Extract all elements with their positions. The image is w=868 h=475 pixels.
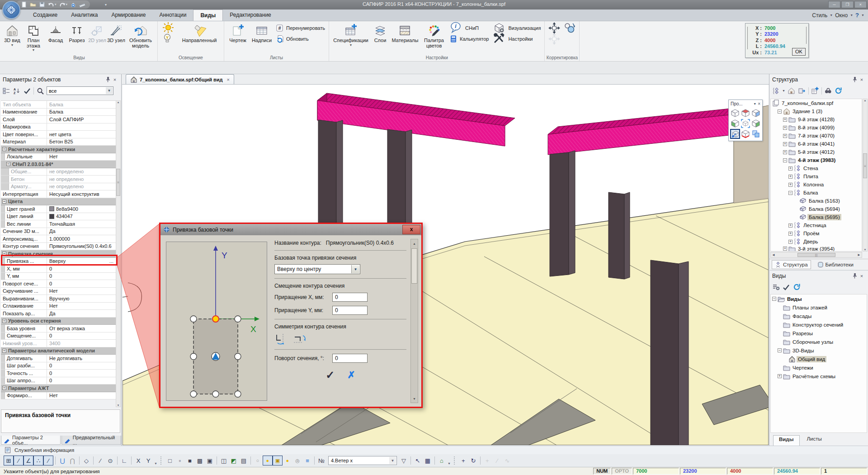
structure-hscrollbar[interactable]: ◄|||► xyxy=(770,252,862,258)
structure-tree-item[interactable]: +Стена xyxy=(771,164,862,172)
close-icon[interactable]: × xyxy=(858,76,865,83)
views-tree-item[interactable]: −3D-Виды xyxy=(771,346,867,355)
views-tree-item[interactable]: Конструктор сечений xyxy=(771,320,867,329)
collapse-icon[interactable]: − xyxy=(783,158,787,162)
pin-icon[interactable] xyxy=(104,76,111,83)
dialog-close-button[interactable]: x xyxy=(402,225,420,234)
property-value[interactable]: Да xyxy=(47,310,116,317)
structure-home-button[interactable] xyxy=(788,87,796,95)
views-tree-item[interactable]: Фасады xyxy=(771,312,867,320)
views-apply-button[interactable] xyxy=(782,283,790,291)
property-group-row[interactable]: −Параметры аналитической модели xyxy=(1,347,116,355)
property-group-row[interactable]: −Расчетные характеристики xyxy=(1,146,116,153)
collapse-icon[interactable]: − xyxy=(2,147,6,151)
dx-input[interactable]: 0 xyxy=(332,293,368,302)
structure-tree-label[interactable]: 5-й этаж (4012) xyxy=(797,149,836,155)
property-value[interactable]: 0 xyxy=(47,377,116,385)
property-row[interactable]: Привязка ...Вверху... xyxy=(1,258,116,266)
structure-tree-label[interactable]: Лестница xyxy=(802,222,828,228)
property-row[interactable]: Контур сеченияПрямоугольник(S0) 0.4x0.6 xyxy=(1,243,116,251)
panel-tab[interactable]: Предварительный ... xyxy=(61,436,121,445)
light-day-button[interactable]: ● xyxy=(283,456,292,466)
pin-icon[interactable] xyxy=(851,273,858,279)
labels-button[interactable]: Надписи xyxy=(250,22,274,54)
expand-icon[interactable]: + xyxy=(778,374,782,378)
snap-line-button[interactable]: ∕ xyxy=(14,456,24,466)
property-value[interactable]: Балка xyxy=(47,109,116,116)
property-row[interactable]: Цвет граней8e8a9400 xyxy=(1,205,116,213)
expand-icon[interactable]: + xyxy=(788,223,793,228)
property-value[interactable]: Балка xyxy=(47,101,116,108)
property-value[interactable]: 1.000000 xyxy=(47,235,116,242)
collapse-icon[interactable]: − xyxy=(772,297,776,301)
views-tree-item[interactable]: Разрезы xyxy=(771,329,867,337)
chevron-down-icon[interactable]: ▼ xyxy=(351,265,359,273)
structure-tree-label[interactable]: Балка xyxy=(802,190,819,196)
base-point-select[interactable]: Вверху по центру ▼ xyxy=(274,264,360,274)
renumber-button[interactable]: #Перенумеровать xyxy=(275,23,326,33)
close-button[interactable]: × xyxy=(854,1,867,8)
views-tree-label[interactable]: Сборочные узлы xyxy=(791,339,835,345)
chevron-down-icon[interactable]: ▼ xyxy=(782,89,785,92)
property-row[interactable]: СглаживаниеНет xyxy=(1,303,116,310)
specifications-button[interactable]: Спецификации▼ xyxy=(331,22,370,54)
filter-dropdown[interactable]: все ▼ xyxy=(47,86,113,95)
close-icon[interactable]: × xyxy=(758,101,760,106)
categorize-button[interactable] xyxy=(2,87,10,95)
property-row[interactable]: СлойСлой САПФИР xyxy=(1,116,116,124)
views-tree-label[interactable]: 3D-Виды xyxy=(791,347,816,354)
dock-tab-листы[interactable]: Листы xyxy=(802,435,827,446)
property-row[interactable]: Тип объектаБалка xyxy=(1,101,116,109)
rotate-x-button[interactable]: X xyxy=(133,456,143,466)
quick-access-overflow-icon[interactable]: ▾ xyxy=(105,3,107,7)
views-refresh-button[interactable] xyxy=(793,283,801,291)
structure-find-button[interactable] xyxy=(824,87,832,95)
structure-tree-item[interactable]: +Проём xyxy=(771,229,862,238)
structure-tree-label[interactable]: Дверь xyxy=(802,238,820,245)
structure-tree-item[interactable]: +9-й этаж (4128) xyxy=(771,115,862,124)
structure-tree-label[interactable]: 4-й этаж (3983) xyxy=(797,157,837,163)
property-value[interactable]: 434047 xyxy=(47,213,116,220)
property-value[interactable]: Не дотягивать xyxy=(47,355,116,362)
maximize-button[interactable]: ❐ xyxy=(841,1,854,8)
layers-button[interactable]: Слои xyxy=(371,22,389,54)
chevron-down-icon[interactable]: ▼ xyxy=(389,457,396,464)
settings-button[interactable]: Настройки xyxy=(491,34,542,43)
collapse-icon[interactable]: − xyxy=(778,348,782,352)
views-tree-item[interactable]: +Расчётные схемы xyxy=(771,372,867,380)
property-row[interactable]: Формиро...Нет xyxy=(1,392,116,400)
service-info-icon[interactable] xyxy=(5,447,11,453)
property-value[interactable]: 8e8a9400 xyxy=(47,205,116,213)
property-value[interactable]: 0 xyxy=(47,332,116,340)
expand-icon[interactable]: + xyxy=(788,175,793,179)
layers-visibility-button[interactable]: ≡ xyxy=(302,456,312,466)
views-tree-label[interactable]: Виды xyxy=(786,296,803,302)
property-row[interactable]: НаименованиеБалка xyxy=(1,109,116,116)
property-value[interactable]: не определено xyxy=(47,168,116,176)
views-tree-label[interactable]: Общий вид xyxy=(797,356,826,362)
property-row[interactable]: Армату...не определено xyxy=(1,183,116,191)
collapse-icon[interactable]: − xyxy=(2,319,6,323)
snap-plane-button[interactable]: ◇ xyxy=(81,456,91,466)
display-wireframe-button[interactable]: □ xyxy=(165,456,175,466)
structure-tree-item[interactable]: +7-й этаж (4070) xyxy=(771,132,862,140)
structure-panel-tab[interactable]: Библиотеки xyxy=(815,261,856,269)
display-hidden-button[interactable]: ▫ xyxy=(175,456,185,466)
property-row[interactable]: Y, мм0 xyxy=(1,273,116,280)
expand-icon[interactable]: + xyxy=(783,150,787,154)
property-value[interactable]: Тончайшая xyxy=(47,220,116,228)
snap-segment-button[interactable]: ∕ xyxy=(43,456,53,466)
views-tree-label[interactable]: Фасады xyxy=(791,313,813,319)
structure-tree-item[interactable]: −4-й этаж (3983) xyxy=(771,156,862,164)
minimize-button[interactable]: ─ xyxy=(828,1,840,8)
ambient-light-button[interactable] xyxy=(160,23,176,33)
orbit-correct-button[interactable] xyxy=(563,23,576,33)
collapse-icon[interactable]: − xyxy=(6,162,10,166)
collapse-icon[interactable]: − xyxy=(2,200,6,204)
property-value[interactable]: Бетон B25 xyxy=(47,138,116,146)
point-light-button[interactable]: Y xyxy=(160,34,176,43)
light-off-button[interactable]: ○ xyxy=(253,456,263,466)
snap-center-button[interactable]: ⊙ xyxy=(105,456,115,466)
structure-tree-label[interactable]: Проём xyxy=(802,230,821,237)
property-group-row[interactable]: −Параметры АЖТ xyxy=(1,385,116,392)
